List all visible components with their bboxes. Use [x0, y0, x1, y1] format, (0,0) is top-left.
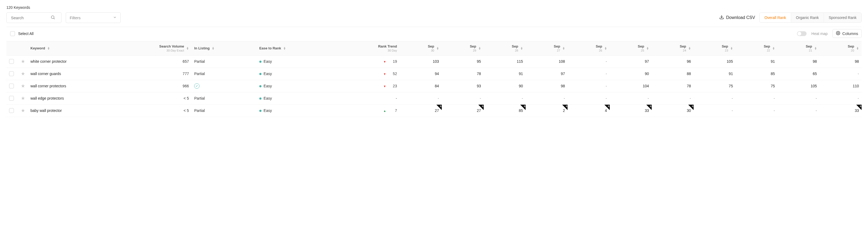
- star-icon[interactable]: ★: [21, 108, 25, 113]
- cell-rank: 75: [736, 80, 777, 92]
- col-search-volume[interactable]: Search Volume30-Day Exact▲▼: [102, 41, 191, 55]
- cell-keyword[interactable]: wall corner guards: [28, 68, 102, 80]
- table-toolbar: Select All Heat map Columns: [6, 27, 862, 41]
- col-date[interactable]: Sep27▲▼: [526, 41, 567, 55]
- columns-button[interactable]: Columns: [833, 29, 862, 38]
- star-icon[interactable]: ★: [21, 71, 25, 76]
- cell-rank: 93: [442, 80, 484, 92]
- cell-ease: Easy: [257, 80, 338, 92]
- table-row: ★wall corner guards777PartialEasy▼529478…: [6, 68, 862, 80]
- col-date[interactable]: Sep29▲▼: [442, 41, 484, 55]
- cell-rank: 2: [526, 104, 567, 117]
- cell-rank: -: [400, 92, 441, 104]
- col-date[interactable]: Sep24▲▼: [652, 41, 693, 55]
- cell-ease: Easy: [257, 68, 338, 80]
- table-body: ★white corner protector657PartialEasy▼19…: [6, 55, 862, 117]
- sponsored-badge-icon: [856, 105, 862, 110]
- col-date[interactable]: Sep25▲▼: [610, 41, 652, 55]
- star-icon[interactable]: ★: [21, 96, 25, 101]
- cell-rank: -: [567, 55, 610, 68]
- cell-rank: 78: [652, 80, 693, 92]
- select-all-checkbox[interactable]: [10, 31, 15, 36]
- col-ease-to-rank[interactable]: Ease to Rank▲▼: [257, 41, 338, 55]
- cell-rank: 65: [777, 68, 819, 80]
- sort-icon: ▲▼: [212, 47, 214, 50]
- table-row: ★wall edge protectors< 5PartialEasy-----…: [6, 92, 862, 104]
- cell-search-volume: 966: [102, 80, 191, 92]
- sponsored-badge-icon: [478, 105, 484, 110]
- cell-rank: -: [777, 104, 819, 117]
- cell-rank: -: [736, 104, 777, 117]
- table-row: ★wall corner protectors966✓Easy▼23849390…: [6, 80, 862, 92]
- cell-rank: 98: [777, 55, 819, 68]
- col-keyword[interactable]: Keyword▲▼: [28, 41, 102, 55]
- gear-icon: [836, 31, 840, 36]
- star-icon[interactable]: ★: [21, 83, 25, 89]
- cell-rank: 95: [442, 55, 484, 68]
- col-date[interactable]: Sep30▲▼: [400, 41, 441, 55]
- row-checkbox[interactable]: [9, 108, 14, 113]
- cell-keyword[interactable]: wall corner protectors: [28, 80, 102, 92]
- search-box[interactable]: [6, 12, 61, 23]
- cell-keyword[interactable]: wall edge protectors: [28, 92, 102, 104]
- trend-down-icon: ▼: [382, 85, 387, 88]
- tab-overall-rank[interactable]: Overall Rank: [760, 13, 791, 23]
- svg-point-3: [838, 33, 839, 34]
- cell-rank: -: [526, 92, 567, 104]
- cell-rank: -: [652, 92, 693, 104]
- cell-rank: 85: [484, 104, 526, 117]
- columns-label: Columns: [842, 31, 858, 36]
- col-date[interactable]: Sep21▲▼: [777, 41, 819, 55]
- cell-rank: 78: [442, 68, 484, 80]
- filters-dropdown[interactable]: Filters: [66, 12, 121, 23]
- col-rank-trend[interactable]: Rank Trend30 Day: [338, 41, 400, 55]
- cell-search-volume: 657: [102, 55, 191, 68]
- sort-icon: ▲▼: [47, 47, 50, 50]
- table-row: ★baby wall protector< 5PartialEasy▲72727…: [6, 104, 862, 117]
- row-checkbox[interactable]: [9, 59, 14, 64]
- col-date[interactable]: Sep28▲▼: [484, 41, 526, 55]
- sponsored-badge-icon: [646, 105, 652, 110]
- row-checkbox[interactable]: [9, 96, 14, 101]
- select-all[interactable]: Select All: [6, 31, 34, 36]
- col-in-listing[interactable]: In Listing▲▼: [191, 41, 257, 55]
- cell-keyword[interactable]: white corner protector: [28, 55, 102, 68]
- cell-rank: 27: [400, 104, 441, 117]
- col-date[interactable]: Sep22▲▼: [736, 41, 777, 55]
- sponsored-badge-icon: [562, 105, 567, 110]
- cell-rank: -: [693, 104, 736, 117]
- rank-tabs: Overall Rank Organic Rank Sponsored Rank: [759, 12, 862, 23]
- cell-keyword[interactable]: baby wall protector: [28, 104, 102, 117]
- cell-rank: 90: [610, 68, 652, 80]
- row-checkbox[interactable]: [9, 71, 14, 76]
- cell-search-volume: 777: [102, 68, 191, 80]
- cell-rank: 104: [610, 80, 652, 92]
- cell-in-listing: Partial: [191, 92, 257, 104]
- cell-rank: 103: [400, 55, 441, 68]
- cell-rank-trend: ▼19: [338, 55, 400, 68]
- download-csv-button[interactable]: Download CSV: [719, 15, 755, 21]
- cell-ease: Easy: [257, 55, 338, 68]
- col-date[interactable]: Sep23▲▼: [693, 41, 736, 55]
- cell-rank-trend: ▲7: [338, 104, 400, 117]
- col-date[interactable]: Sep20▲▼: [820, 41, 862, 55]
- tab-sponsored-rank[interactable]: Sponsored Rank: [824, 13, 861, 23]
- tab-organic-rank[interactable]: Organic Rank: [791, 13, 824, 23]
- controls-right: Download CSV Overall Rank Organic Rank S…: [719, 12, 862, 23]
- cell-search-volume: < 5: [102, 92, 191, 104]
- cell-rank: -: [820, 92, 862, 104]
- filters-label: Filters: [70, 15, 81, 20]
- cell-rank: 30: [652, 104, 693, 117]
- row-checkbox[interactable]: [9, 83, 14, 89]
- cell-in-listing: ✓: [191, 80, 257, 92]
- table-toolbar-right: Heat map Columns: [797, 29, 862, 38]
- table-wrap: Keyword▲▼ Search Volume30-Day Exact▲▼ In…: [6, 41, 862, 117]
- cell-rank: -: [777, 92, 819, 104]
- col-date[interactable]: Sep26▲▼: [567, 41, 610, 55]
- search-input[interactable]: [10, 15, 51, 20]
- cell-rank: 84: [400, 80, 441, 92]
- cell-rank: 75: [693, 80, 736, 92]
- heatmap-toggle[interactable]: [797, 31, 807, 36]
- star-icon[interactable]: ★: [21, 59, 25, 64]
- cell-rank: 110: [820, 80, 862, 92]
